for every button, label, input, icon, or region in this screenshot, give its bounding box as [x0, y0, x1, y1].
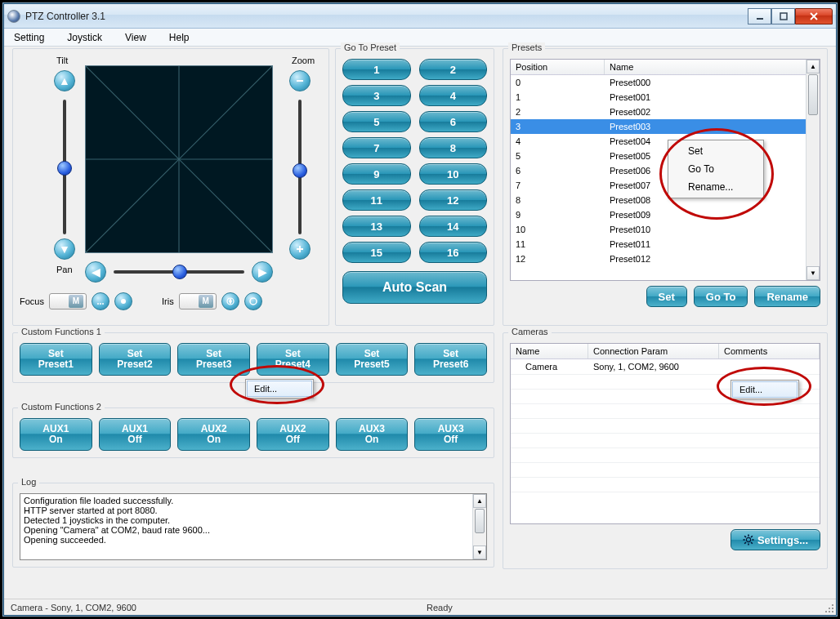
- goto-preset-2-button[interactable]: 2: [419, 59, 488, 80]
- menu-view[interactable]: View: [122, 30, 150, 45]
- cf1-5-button[interactable]: SetPreset5: [336, 343, 409, 376]
- preset-row[interactable]: 6Preset006: [511, 163, 820, 178]
- cf2-6-button[interactable]: AUX3Off: [414, 418, 487, 451]
- cameras-table[interactable]: Name Connection Param Comments CameraSon…: [510, 343, 820, 524]
- goto-preset-10-button[interactable]: 10: [419, 163, 488, 185]
- app-icon: [7, 10, 20, 23]
- log-scrollbar[interactable]: ▲ ▼: [472, 494, 486, 559]
- iris-close-button[interactable]: [221, 292, 239, 310]
- cf1-4-button[interactable]: SetPreset4: [257, 343, 329, 376]
- svg-rect-0: [757, 18, 763, 20]
- goto-preset-7-button[interactable]: 7: [342, 137, 411, 158]
- log-line: HTTP server started at port 8080.: [24, 505, 483, 515]
- presets-col-name[interactable]: Name: [605, 60, 820, 74]
- goto-preset-3-button[interactable]: 3: [342, 85, 411, 106]
- preset-row[interactable]: 12Preset012: [511, 252, 820, 266]
- cf2-3-button[interactable]: AUX2On: [177, 418, 250, 451]
- ctx-cf1-edit[interactable]: Edit...: [247, 381, 312, 397]
- tilt-up-button[interactable]: ▲: [54, 70, 75, 91]
- goto-preset-11-button[interactable]: 11: [342, 189, 411, 211]
- ctx-rename[interactable]: Rename...: [670, 178, 762, 196]
- settings-label: Settings...: [757, 534, 808, 546]
- preset-row[interactable]: 7Preset007: [511, 178, 820, 193]
- minimize-button[interactable]: [748, 8, 771, 24]
- menu-joystick[interactable]: Joystick: [64, 30, 105, 45]
- tilt-down-button[interactable]: ▼: [54, 238, 75, 260]
- preset-rename-button[interactable]: Rename: [754, 286, 820, 307]
- preset-row[interactable]: 1Preset001: [511, 90, 820, 105]
- cf1-2-button[interactable]: SetPreset2: [99, 343, 172, 376]
- preset-row[interactable]: 5Preset005: [511, 149, 820, 163]
- scroll-up-icon[interactable]: ▲: [473, 494, 486, 508]
- goto-preset-1-button[interactable]: 1: [342, 59, 411, 80]
- zoom-in-button[interactable]: [289, 238, 311, 260]
- focus-far-button[interactable]: [114, 292, 132, 310]
- iris-open-button[interactable]: [244, 292, 262, 310]
- goto-preset-5-button[interactable]: 5: [342, 111, 411, 132]
- preset-row[interactable]: 3Preset003: [511, 119, 820, 134]
- cameras-col-comments[interactable]: Comments: [719, 344, 820, 358]
- preset-row[interactable]: 11Preset011: [511, 237, 820, 252]
- goto-preset-14-button[interactable]: 14: [419, 216, 488, 237]
- cf2-2-button[interactable]: AUX1Off: [99, 418, 172, 451]
- iris-mode-toggle[interactable]: [179, 293, 217, 310]
- svg-point-11: [102, 303, 104, 305]
- menu-help[interactable]: Help: [166, 30, 193, 45]
- scroll-up-icon[interactable]: ▲: [806, 60, 820, 73]
- close-button[interactable]: [795, 8, 833, 24]
- camera-row[interactable]: CameraSony, 1, COM2, 9600: [511, 359, 820, 374]
- preset-row[interactable]: 10Preset010: [511, 222, 820, 237]
- cf1-1-button[interactable]: SetPreset1: [20, 343, 92, 376]
- preset-goto-button[interactable]: Go To: [694, 286, 748, 307]
- cf2-1-button[interactable]: AUX1On: [20, 418, 92, 451]
- iris-label: Iris: [162, 296, 174, 306]
- menu-setting[interactable]: Setting: [11, 30, 47, 45]
- ctx-cam-edit[interactable]: Edit...: [732, 381, 798, 398]
- goto-preset-13-button[interactable]: 13: [342, 216, 411, 237]
- tilt-slider-thumb[interactable]: [57, 161, 72, 176]
- scroll-down-icon[interactable]: ▼: [806, 266, 820, 280]
- preset-row[interactable]: 9Preset009: [511, 207, 820, 222]
- zoom-out-button[interactable]: [289, 70, 311, 91]
- preset-row[interactable]: 2Preset002: [511, 105, 820, 119]
- goto-preset-12-button[interactable]: 12: [419, 189, 488, 211]
- preset-set-button[interactable]: Set: [646, 286, 687, 307]
- goto-preset-4-button[interactable]: 4: [419, 85, 488, 106]
- goto-preset-16-button[interactable]: 16: [419, 242, 488, 263]
- resize-grip-icon[interactable]: [823, 602, 834, 613]
- ctx-set[interactable]: Set: [670, 142, 762, 160]
- cf2-5-button[interactable]: AUX3On: [336, 418, 409, 451]
- pan-left-button[interactable]: ◀: [85, 261, 106, 283]
- autoscan-button[interactable]: Auto Scan: [342, 271, 487, 304]
- maximize-button[interactable]: [771, 8, 795, 24]
- presets-col-position[interactable]: Position: [511, 60, 605, 74]
- preset-row[interactable]: 0Preset000: [511, 75, 820, 90]
- focus-mode-toggle[interactable]: [49, 293, 87, 310]
- preset-row[interactable]: 4Preset004: [511, 134, 820, 149]
- goto-preset-6-button[interactable]: 6: [419, 111, 488, 132]
- goto-preset-8-button[interactable]: 8: [419, 137, 488, 158]
- cameras-settings-button[interactable]: Settings...: [731, 529, 820, 550]
- presets-scrollbar[interactable]: ▲ ▼: [806, 60, 820, 280]
- cf1-6-button[interactable]: SetPreset6: [414, 343, 487, 376]
- log-textarea[interactable]: Configuration file loaded successfully.H…: [20, 493, 487, 560]
- zoom-slider-thumb[interactable]: [293, 163, 307, 178]
- ctx-goto[interactable]: Go To: [670, 160, 762, 178]
- scroll-down-icon[interactable]: ▼: [473, 546, 486, 559]
- pan-slider-thumb[interactable]: [172, 265, 187, 279]
- svg-line-20: [744, 536, 746, 537]
- goto-preset-9-button[interactable]: 9: [342, 163, 411, 185]
- cameras-col-name[interactable]: Name: [511, 344, 588, 358]
- goto-preset-15-button[interactable]: 15: [342, 242, 411, 263]
- ptz-crosshair-canvas[interactable]: [85, 65, 273, 253]
- cf2-4-button[interactable]: AUX2Off: [257, 418, 329, 451]
- menu-bar: Setting Joystick View Help: [4, 29, 836, 47]
- presets-table[interactable]: Position Name 0Preset0001Preset0012Prese…: [510, 59, 820, 281]
- pan-right-button[interactable]: ▶: [252, 261, 273, 283]
- preset-row[interactable]: 8Preset008: [511, 193, 820, 207]
- scroll-thumb[interactable]: [808, 74, 818, 115]
- focus-near-button[interactable]: [92, 292, 109, 310]
- cf1-3-button[interactable]: SetPreset3: [177, 343, 250, 376]
- cameras-col-conn[interactable]: Connection Param: [588, 344, 719, 358]
- scroll-thumb[interactable]: [475, 509, 485, 533]
